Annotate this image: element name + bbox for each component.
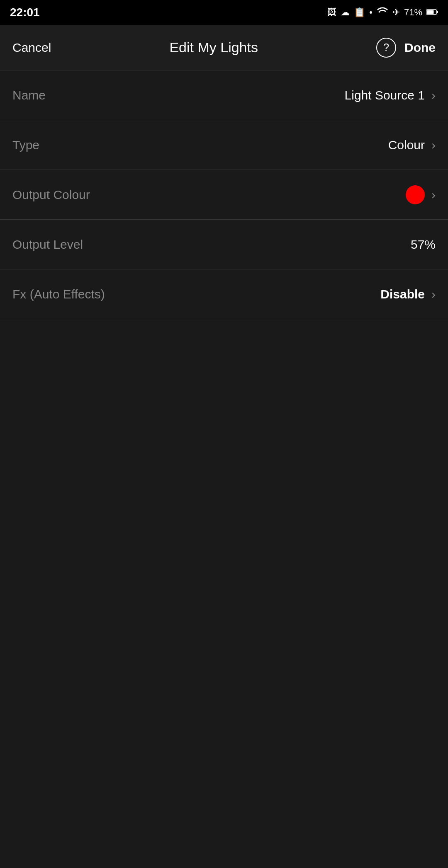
name-value: Light Source 1 (345, 88, 425, 102)
output-level-label: Output Level (12, 238, 83, 252)
empty-space (0, 594, 448, 868)
fx-auto-effects-value-container: Disable › (380, 287, 436, 301)
type-row[interactable]: Type Colour › (0, 120, 448, 170)
cloud-icon: ☁ (341, 7, 350, 18)
fx-auto-effects-value: Disable (380, 287, 425, 301)
name-label: Name (12, 88, 46, 102)
name-row[interactable]: Name Light Source 1 › (0, 70, 448, 120)
battery-icon (426, 7, 438, 18)
name-chevron-icon: › (431, 88, 436, 102)
done-button[interactable]: Done (404, 41, 436, 55)
status-bar: 22:01 🖼 ☁ 📋 • ✈ 71% (0, 0, 448, 25)
gallery-icon: 🖼 (327, 7, 336, 18)
output-level-value: 57% (411, 238, 436, 252)
svg-rect-2 (437, 11, 438, 13)
type-value-container: Colour › (388, 138, 436, 152)
nav-bar: Cancel Edit My Lights ? Done (0, 25, 448, 70)
output-colour-label: Output Colour (12, 188, 90, 202)
fx-auto-effects-label: Fx (Auto Effects) (12, 287, 105, 301)
name-value-container: Light Source 1 › (345, 88, 436, 102)
battery-percent: 71% (404, 7, 422, 18)
status-time: 22:01 (10, 6, 40, 19)
type-label: Type (12, 138, 39, 152)
clipboard-icon: 📋 (354, 7, 365, 18)
fx-auto-effects-row[interactable]: Fx (Auto Effects) Disable › (0, 269, 448, 319)
settings-list: Name Light Source 1 › Type Colour › Outp… (0, 70, 448, 594)
status-icons: 🖼 ☁ 📋 • ✈ 71% (327, 7, 438, 18)
cancel-button[interactable]: Cancel (12, 41, 51, 55)
svg-rect-1 (427, 10, 434, 14)
output-colour-chevron-icon: › (431, 188, 436, 202)
page-title: Edit My Lights (169, 39, 258, 56)
output-colour-dot (406, 185, 425, 204)
wifi-icon (377, 7, 388, 18)
nav-right-actions: ? Done (376, 38, 436, 58)
output-colour-row[interactable]: Output Colour › (0, 170, 448, 220)
help-icon: ? (383, 41, 389, 54)
airplane-icon: ✈ (392, 7, 400, 18)
type-chevron-icon: › (431, 138, 436, 152)
output-level-value-container: 57% (411, 238, 436, 252)
output-colour-value-container: › (406, 185, 436, 204)
help-button[interactable]: ? (376, 38, 396, 58)
dot-icon: • (369, 7, 373, 18)
output-level-row[interactable]: Output Level 57% (0, 220, 448, 269)
fx-auto-effects-chevron-icon: › (431, 287, 436, 301)
type-value: Colour (388, 138, 425, 152)
